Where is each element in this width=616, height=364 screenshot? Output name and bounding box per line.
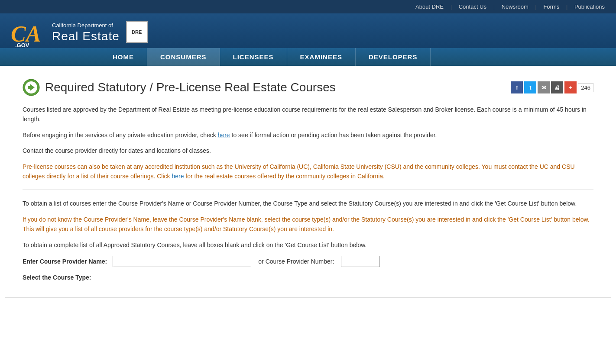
google-plus-button[interactable]: + xyxy=(564,81,577,93)
course-type-label: Select the Course Type: xyxy=(23,274,593,281)
forms-link[interactable]: Forms xyxy=(543,3,559,10)
instructions-para2: If you do not know the Course Provider's… xyxy=(23,215,593,234)
twitter-share-button[interactable]: t xyxy=(524,81,536,93)
course-type-row: Select the Course Type: xyxy=(23,274,593,281)
instructions-para3: To obtain a complete list of all Approve… xyxy=(23,240,593,250)
provider-name-label: Enter Course Provider Name: xyxy=(23,258,107,265)
sep2: | xyxy=(493,3,495,10)
description-para3: Contact the course provider directly for… xyxy=(23,146,593,155)
page-title-icon xyxy=(23,79,40,96)
provider-name-input[interactable] xyxy=(113,256,251,267)
share-count: 246 xyxy=(578,83,593,92)
ca-gov-logo: CA .GOV xyxy=(9,18,48,48)
provider-number-input[interactable] xyxy=(341,256,380,267)
publications-link[interactable]: Publications xyxy=(574,3,605,10)
agency-large-text: Real Estate xyxy=(52,29,120,44)
provider-name-row: Enter Course Provider Name: or Course Pr… xyxy=(23,256,593,267)
agency-small-text: California Department of xyxy=(52,22,120,29)
form-connector: or Course Provider Number: xyxy=(258,258,334,265)
about-dre-link[interactable]: About DRE xyxy=(415,3,444,10)
description-para4: Pre-license courses can also be taken at… xyxy=(23,162,593,181)
email-share-button[interactable]: ✉ xyxy=(538,81,550,93)
main-content: Required Statutory / Pre-License Real Es… xyxy=(5,66,611,298)
title-left: Required Statutory / Pre-License Real Es… xyxy=(23,79,336,96)
page-title: Required Statutory / Pre-License Real Es… xyxy=(45,81,336,94)
newsroom-link[interactable]: Newsroom xyxy=(502,3,528,10)
nav-examinees[interactable]: EXAMINEES xyxy=(287,48,356,66)
nav-developers[interactable]: DEVELOPERS xyxy=(356,48,431,66)
top-navigation-bar: About DRE | Contact Us | Newsroom | Form… xyxy=(0,0,616,13)
instructions-para1: To obtain a list of courses enter the Co… xyxy=(23,199,593,208)
nav-licensees[interactable]: LICENSEES xyxy=(220,48,287,66)
social-share-bar: f t ✉ 🖨 + 246 xyxy=(511,81,593,93)
sep1: | xyxy=(451,3,452,10)
agency-name: California Department of Real Estate xyxy=(52,22,120,43)
sep3: | xyxy=(535,3,536,10)
description-para1: Courses listed are approved by the Depar… xyxy=(23,105,593,124)
main-navigation: HOME CONSUMERS LICENSEES EXAMINEES DEVEL… xyxy=(0,48,616,66)
site-header: CA .GOV California Department of Real Es… xyxy=(0,13,616,48)
contact-us-link[interactable]: Contact Us xyxy=(459,3,486,10)
dre-badge: DRE xyxy=(126,21,148,43)
title-row: Required Statutory / Pre-License Real Es… xyxy=(23,79,593,96)
section-divider xyxy=(23,190,593,190)
facebook-share-button[interactable]: f xyxy=(511,81,523,93)
print-button[interactable]: 🖨 xyxy=(551,81,563,93)
nav-consumers[interactable]: CONSUMERS xyxy=(147,48,220,66)
description-para2: Before engaging in the services of any p… xyxy=(23,130,593,140)
here-link-1[interactable]: here xyxy=(218,132,230,139)
nav-home[interactable]: HOME xyxy=(100,48,147,66)
logo-area: CA .GOV California Department of Real Es… xyxy=(9,18,148,48)
svg-text:.GOV: .GOV xyxy=(15,42,29,48)
here-link-2[interactable]: here xyxy=(172,173,184,180)
sep4: | xyxy=(566,3,567,10)
